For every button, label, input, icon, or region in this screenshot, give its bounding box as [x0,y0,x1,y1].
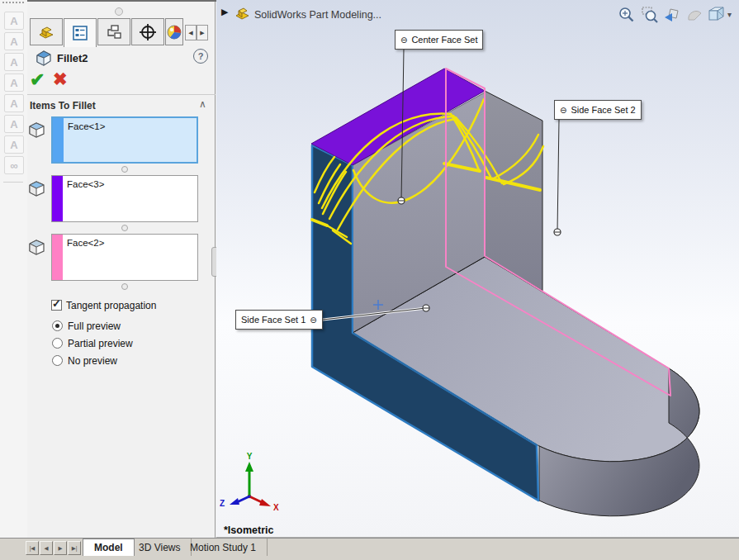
callout-label: Center Face Set [411,35,477,45]
tab-motion-study-1[interactable]: Motion Study 1 [179,539,268,556]
callout-label: Side Face Set 1 [241,315,306,325]
model-canvas: Y X Z [0,0,739,560]
tab-model[interactable]: Model [83,539,135,556]
view-orientation-label: *Isometric [224,524,273,536]
callout-label: Side Face Set 2 [571,105,635,115]
callout-side-face-set-1: Side Face Set 1 ⊖ [235,310,323,330]
triad-z-label: Z [220,499,225,508]
triad-x-label: X [273,503,279,512]
first-tab-button[interactable]: |◀ [26,541,39,555]
solidworks-window: A A A A A A A ∞ [0,0,739,560]
leader-anchor-icon: ⊖ [400,36,407,45]
orientation-triad: Y X Z [220,452,279,512]
leader-anchor-icon: ⊖ [560,106,566,115]
triad-y-label: Y [247,452,253,461]
leader-anchor-icon: ⊖ [310,316,316,325]
callout-center-face-set: ⊖ Center Face Set [395,30,483,50]
callout-side-face-set-2: ⊖ Side Face Set 2 [554,100,642,120]
next-tab-button[interactable]: ▶ [54,541,67,555]
last-tab-button[interactable]: ▶| [68,541,81,555]
previous-tab-button[interactable]: ◀ [40,541,53,555]
